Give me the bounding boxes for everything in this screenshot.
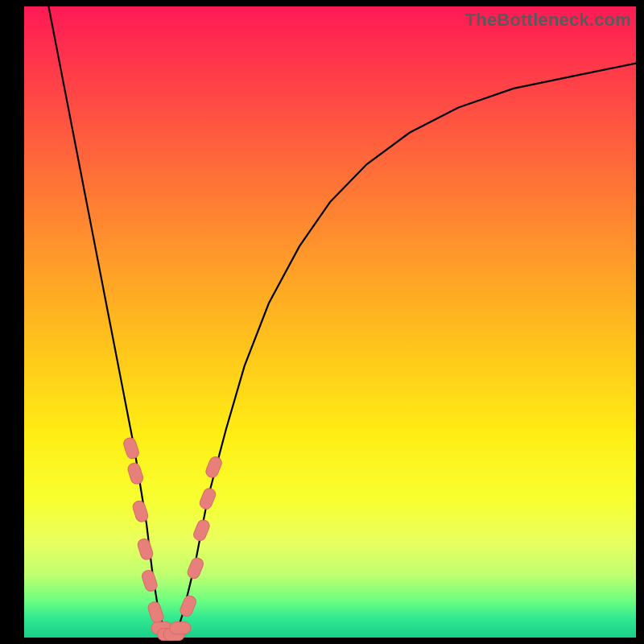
marker-9 xyxy=(170,622,191,634)
chart-frame: TheBottleneck.com xyxy=(0,0,644,644)
marker-12 xyxy=(192,518,212,543)
marker-14 xyxy=(204,455,224,479)
curve-markers xyxy=(122,436,224,640)
plot-area: TheBottleneck.com xyxy=(24,6,636,638)
marker-11 xyxy=(186,556,205,580)
marker-4 xyxy=(141,569,159,592)
marker-10 xyxy=(179,594,198,618)
marker-5 xyxy=(147,601,164,624)
marker-3 xyxy=(136,538,154,561)
bottleneck-curve xyxy=(48,6,636,638)
marker-1 xyxy=(126,462,144,485)
curve-svg xyxy=(24,6,636,638)
marker-0 xyxy=(122,436,140,460)
marker-2 xyxy=(131,500,149,523)
marker-13 xyxy=(198,487,217,511)
